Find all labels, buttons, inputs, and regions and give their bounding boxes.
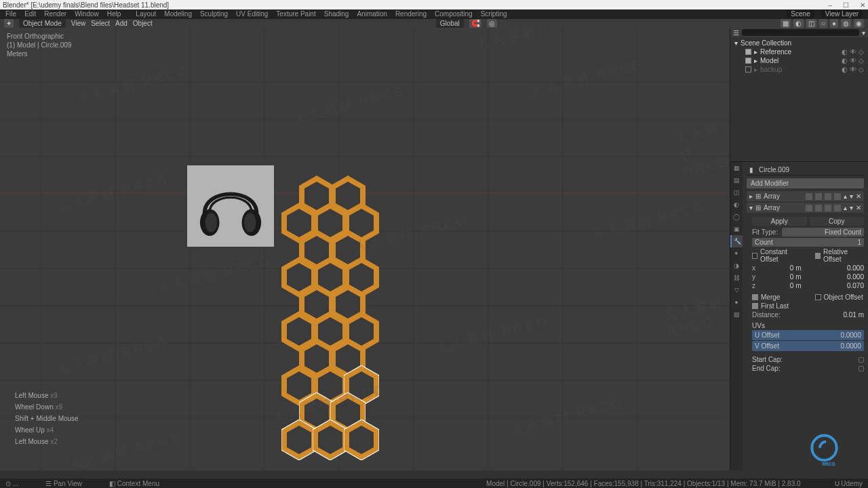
first-last-check[interactable] <box>752 303 758 309</box>
mod-down-icon[interactable]: ▾ <box>850 204 853 211</box>
snap-icon[interactable]: 🧲 <box>469 19 481 28</box>
outliner-search[interactable] <box>742 29 859 36</box>
maximize-button[interactable]: ☐ <box>843 1 849 9</box>
minimize-button[interactable]: – <box>828 1 832 9</box>
mod-cage-icon[interactable] <box>834 205 841 211</box>
shading-wire-icon[interactable]: ○ <box>819 19 827 28</box>
mod-remove-icon[interactable]: ✕ <box>856 192 861 200</box>
editor-type-icon[interactable]: ✦ <box>4 19 14 28</box>
props-object[interactable]: ▣ <box>730 223 743 235</box>
hexagon-cell[interactable] <box>281 420 317 460</box>
menu-render[interactable]: Render <box>44 10 66 18</box>
filter-icon[interactable]: ▾ <box>862 29 865 37</box>
mod-edit-icon[interactable] <box>825 205 831 211</box>
v-offset-field[interactable]: V Offset0.0000 <box>752 341 864 351</box>
props-texture[interactable]: ▨ <box>730 308 743 321</box>
mod-render-icon[interactable] <box>806 205 812 211</box>
modifier-array-2[interactable]: ▾⊞ Array ▴▾✕ <box>747 203 864 213</box>
mod-remove-icon[interactable]: ✕ <box>856 204 861 211</box>
merge-check[interactable] <box>752 294 758 300</box>
workspace-layout[interactable]: Layout <box>136 10 156 18</box>
gizmo-icon[interactable]: ▦ <box>781 19 791 28</box>
count-field[interactable]: Count 1 <box>752 238 864 247</box>
menu-object[interactable]: Object <box>133 20 153 27</box>
hexagon-cell[interactable] <box>313 420 348 460</box>
hexagon-cell[interactable] <box>344 420 379 460</box>
modifier-array-1[interactable]: ▸⊞ Array ▴▾✕ <box>747 191 864 201</box>
shading-rendered-icon[interactable]: ◉ <box>854 19 864 28</box>
mode-selector[interactable]: Object Mode <box>19 19 66 28</box>
close-button[interactable]: ✕ <box>860 1 865 9</box>
menu-file[interactable]: File <box>5 10 16 18</box>
modifier-name: Array <box>764 204 803 211</box>
props-physics[interactable]: ◑ <box>730 260 743 272</box>
mod-realtime-icon[interactable] <box>815 193 822 200</box>
collection-backup[interactable]: ▸ backup ◐👁◇ <box>733 65 865 74</box>
reference-image[interactable] <box>187 165 274 247</box>
mod-cage-icon[interactable] <box>834 193 841 200</box>
workspace-sculpting[interactable]: Sculpting <box>200 10 228 18</box>
workspace-rendering[interactable]: Rendering <box>395 10 427 18</box>
menu-select[interactable]: Select <box>91 20 110 27</box>
props-constraint[interactable]: ⛓ <box>730 272 743 284</box>
mod-render-icon[interactable] <box>806 193 812 200</box>
viewlayer-selector[interactable]: View Layer <box>821 9 863 18</box>
apply-button[interactable]: Apply <box>752 217 807 226</box>
fit-type-select[interactable]: Fixed Count <box>782 228 864 237</box>
start-cap-field[interactable] <box>859 357 864 363</box>
props-modifier[interactable]: 🔧 <box>730 235 743 247</box>
object-offset-check[interactable] <box>815 294 821 300</box>
collection-model[interactable]: ▸ Model ◐👁◇ <box>733 56 865 65</box>
workspace-uvediting[interactable]: UV Editing <box>236 10 268 18</box>
scene-collection[interactable]: ▾Scene Collection <box>733 39 865 47</box>
scene-selector[interactable]: Scene <box>787 9 814 18</box>
props-data[interactable]: ▽ <box>730 284 743 296</box>
first-last-label: First Last <box>761 302 789 310</box>
workspace-texturepaint[interactable]: Texture Paint <box>276 10 315 18</box>
mod-up-icon[interactable]: ▴ <box>844 204 847 211</box>
mod-edit-icon[interactable] <box>825 193 831 200</box>
workspace-modeling[interactable]: Modeling <box>164 10 192 18</box>
xray-icon[interactable]: ◫ <box>806 19 816 28</box>
props-material[interactable]: ● <box>730 296 743 308</box>
end-cap-field[interactable] <box>859 366 864 371</box>
copy-button[interactable]: Copy <box>810 217 865 226</box>
props-particle[interactable]: ✦ <box>730 247 743 260</box>
relative-offset-check[interactable] <box>815 253 821 259</box>
props-render[interactable]: ▦ <box>730 162 743 174</box>
distance-field[interactable]: 0.01 m <box>843 311 864 319</box>
menu-add[interactable]: Add <box>115 20 127 27</box>
u-offset-field[interactable]: U Offset0.0000 <box>752 330 864 340</box>
add-modifier-button[interactable]: Add Modifier <box>747 178 864 188</box>
object-offset-label: Object Offset <box>824 293 863 301</box>
mod-up-icon[interactable]: ▴ <box>844 192 847 200</box>
breadcrumb-object[interactable]: Circle.009 <box>759 166 789 174</box>
workspace-shading[interactable]: Shading <box>324 10 349 18</box>
menu-window[interactable]: Window <box>75 10 99 18</box>
rel-y-field[interactable]: 0.000 <box>847 273 864 281</box>
constant-offset-label: Constant Offset <box>760 248 801 263</box>
workspace-scripting[interactable]: Scripting <box>481 10 507 18</box>
props-scene[interactable]: ◐ <box>730 199 743 211</box>
rel-z-field[interactable]: 0.070 <box>847 282 864 289</box>
rel-x-field[interactable]: 0.000 <box>847 264 864 272</box>
3d-viewport[interactable]: Front Orthographic (1) Model | Circle.00… <box>0 28 730 470</box>
menu-help[interactable]: Help <box>107 10 121 18</box>
menu-edit[interactable]: Edit <box>24 10 36 18</box>
collection-reference[interactable]: ▸ Reference ◐👁◇ <box>733 47 865 56</box>
workspace-animation[interactable]: Animation <box>357 10 387 18</box>
constant-offset-check[interactable] <box>752 253 757 259</box>
proportional-icon[interactable]: ◎ <box>487 19 497 28</box>
workspace-compositing[interactable]: Compositing <box>435 10 473 18</box>
shading-matprev-icon[interactable]: ◍ <box>841 19 851 28</box>
mod-realtime-icon[interactable] <box>815 205 822 211</box>
props-viewlayer[interactable]: ◫ <box>730 186 743 199</box>
mod-down-icon[interactable]: ▾ <box>850 192 853 200</box>
menu-view[interactable]: View <box>71 20 86 27</box>
props-world[interactable]: ◯ <box>730 211 743 223</box>
orientation-selector[interactable]: Global <box>436 19 464 28</box>
overlay-icon[interactable]: ◐ <box>793 19 804 28</box>
props-output[interactable]: ▤ <box>730 174 743 186</box>
shading-solid-icon[interactable]: ● <box>830 19 838 28</box>
outliner-type-icon[interactable]: ☰ <box>733 29 739 37</box>
